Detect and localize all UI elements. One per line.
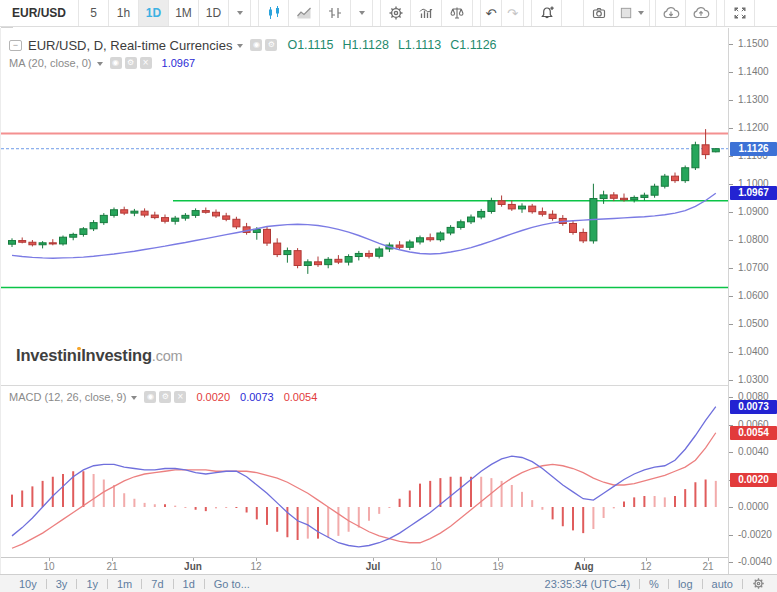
range-1m-button[interactable]: 1m (108, 578, 141, 590)
indicators-button[interactable] (411, 0, 442, 26)
timeframe-dropdown[interactable] (229, 0, 251, 26)
high-value: H1.1128 (343, 38, 389, 52)
range-1y-button[interactable]: 1y (77, 578, 107, 590)
macd-histogram-bar (276, 507, 278, 532)
ma-current-value: 1.0967 (162, 57, 196, 69)
candle-body (570, 223, 577, 232)
price-tick-label: 1.0500 (729, 318, 777, 330)
time-tick-label: Jun (184, 561, 202, 572)
macd-histogram-bar (511, 485, 513, 507)
chevron-down-icon[interactable] (131, 396, 137, 400)
candle-body (672, 176, 679, 180)
macd-histogram-bar (470, 477, 472, 507)
indicators-icon (418, 5, 434, 21)
auto-scale-button[interactable]: auto (703, 578, 742, 590)
macd-histogram-bar (419, 484, 421, 507)
chart-type-dropdown[interactable] (351, 0, 373, 26)
macd-histogram-bar (715, 481, 717, 507)
macd-label[interactable]: MACD (12, 26, close, 9) (9, 391, 126, 403)
ma-label[interactable]: MA (20, close, 0) (9, 57, 92, 69)
open-value: O1.1115 (287, 38, 333, 52)
macd-histogram-value: 0.0020 (196, 391, 230, 403)
trading-chart-app: EUR/USD 5 1h 1D 1M 1D (0, 0, 777, 592)
close-icon[interactable]: × (174, 391, 186, 403)
percent-scale-button[interactable]: % (640, 578, 668, 590)
time-axis[interactable]: 1021Jun12Jul1019Aug1221 (1, 557, 728, 574)
candle-body (325, 259, 332, 264)
candlestick-type-button[interactable] (258, 0, 289, 26)
macd-histogram-bar (154, 504, 156, 507)
macd-tick-label: -0.0020 (729, 529, 777, 541)
collapse-pane-icon[interactable]: − (9, 40, 22, 51)
chart-title[interactable]: EUR/USD, D, Real-time Currencies (28, 38, 232, 53)
candle-body (457, 222, 464, 228)
macd-histogram-bar (623, 502, 625, 508)
main-price-chart[interactable] (1, 28, 728, 385)
clock-label[interactable]: 23:35:34 (UTC-4) (536, 578, 640, 590)
macd-histogram-bar (521, 492, 523, 507)
candle-body (366, 253, 373, 256)
chevron-down-icon[interactable] (97, 62, 103, 66)
price-tick-label: 1.0900 (729, 206, 777, 218)
candle-body (702, 145, 709, 155)
timeframe-5-button[interactable]: 5 (79, 0, 109, 26)
candle-body (529, 206, 536, 212)
time-tick-label: 19 (492, 561, 503, 572)
macd-histogram-bar (113, 485, 115, 507)
fullscreen-icon (732, 5, 748, 21)
gear-icon[interactable]: ⚙ (159, 391, 171, 403)
axis-settings-button[interactable] (743, 577, 767, 590)
eye-icon[interactable]: ◉ (110, 57, 122, 69)
macd-histogram-bar (409, 491, 411, 508)
macd-histogram-bar (184, 507, 186, 508)
range-7d-button[interactable]: 7d (142, 578, 172, 590)
symbol-button[interactable]: EUR/USD (0, 0, 79, 26)
chart-settings-button[interactable] (380, 0, 411, 26)
macd-histogram-bar (633, 497, 635, 507)
price-axis[interactable]: 1.15001.14001.13001.12001.11001.10001.09… (728, 28, 777, 574)
goto-date-button[interactable]: Go to... (205, 578, 259, 590)
undo-button[interactable]: ↶ (480, 0, 502, 26)
macd-histogram-bar (235, 507, 237, 508)
timeframe-1d2-button[interactable]: 1D (199, 0, 229, 26)
eye-icon[interactable]: ◉ (250, 39, 262, 51)
timeframe-1h-button[interactable]: 1h (109, 0, 139, 26)
chevron-down-icon (359, 11, 365, 15)
macd-indicator-chart[interactable] (1, 386, 728, 556)
redo-icon: ↷ (507, 6, 518, 21)
close-icon[interactable]: × (140, 57, 152, 69)
timeframe-1m-button[interactable]: 1M (169, 0, 199, 26)
macd-histogram-bar (562, 507, 564, 526)
create-alert-button[interactable] (531, 0, 562, 26)
eye-icon[interactable]: ◉ (144, 391, 156, 403)
macd-histogram-bar (378, 507, 380, 514)
watermark-logo: InvestinıInvesting.com (16, 346, 182, 365)
pane-divider[interactable] (1, 385, 777, 386)
layout-template-button[interactable] (614, 0, 650, 26)
screenshot-button[interactable] (583, 0, 614, 26)
timeframe-1d-button[interactable]: 1D (139, 0, 169, 26)
time-tick-label: 10 (430, 561, 441, 572)
compare-instrument-button[interactable] (320, 0, 351, 26)
load-layout-button[interactable] (655, 0, 686, 26)
chevron-down-icon[interactable] (237, 44, 243, 48)
candle-body (641, 195, 648, 197)
candle-body (223, 216, 230, 219)
compare-scales-button[interactable] (442, 0, 473, 26)
redo-button[interactable]: ↷ (502, 0, 524, 26)
candle-body (19, 241, 26, 243)
fullscreen-button[interactable] (724, 0, 755, 26)
save-layout-button[interactable] (686, 0, 717, 26)
bottom-toolbar: 10y 3y 1y 1m 7d 1d Go to... 23:35:34 (UT… (0, 574, 777, 592)
gear-icon[interactable]: ⚙ (265, 39, 277, 51)
candle-body (406, 242, 413, 247)
gear-icon[interactable]: ⚙ (125, 57, 137, 69)
range-1d-button[interactable]: 1d (174, 578, 204, 590)
signal-value-label: 0.0054 (730, 426, 777, 440)
log-scale-button[interactable]: log (669, 578, 702, 590)
area-chart-type-button[interactable] (289, 0, 320, 26)
range-10y-button[interactable]: 10y (10, 578, 46, 590)
macd-histogram-bar (552, 507, 554, 519)
candle-body (682, 168, 689, 181)
range-3y-button[interactable]: 3y (47, 578, 77, 590)
